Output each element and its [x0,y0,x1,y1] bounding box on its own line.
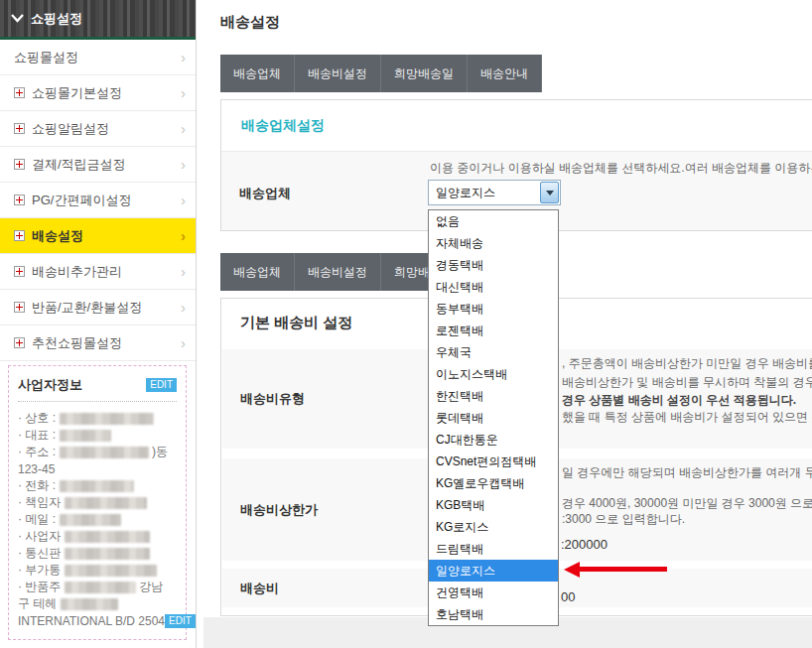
dropdown-option[interactable]: CVSnet편의점택배 [429,451,558,472]
dropdown-option[interactable]: 건영택배 [429,582,558,603]
chevron-right-icon: › [181,50,186,65]
dropdown-option[interactable]: 로젠택배 [429,320,558,341]
plus-icon[interactable] [14,230,25,241]
dropdown-option[interactable]: KGB택배 [429,494,558,516]
sidebar-item-label: 배송비추가관리 [32,263,181,281]
edit-button[interactable]: EDIT [146,378,177,392]
tab[interactable]: 배송안내 [468,55,542,92]
fee-cap-text-line: :3000 으로 입력합니다. [562,511,685,528]
sidebar-header-label: 쇼핑설정 [31,10,82,28]
tab[interactable]: 배송업체 [220,55,295,92]
business-info-label: · 전화 : [18,477,56,494]
business-info-label: · 통신판 [18,545,61,562]
plus-icon[interactable] [14,302,25,313]
fee-type-text-line: , 주문총액이 배송비상한가 미만일 경우 배송비를 받 [562,355,812,372]
chevron-right-icon: › [181,264,186,279]
sidebar-item[interactable]: 결제/적립금설정 › [0,147,196,183]
business-info-title: 사업자정보 [18,376,82,394]
blurred-value [60,480,134,492]
sidebar-item[interactable]: 배송설정 › [0,218,196,254]
chevron-right-icon: › [181,85,186,100]
plus-icon[interactable] [14,194,25,205]
business-info-label: · 사업자 [18,528,61,545]
business-info-label: 구 테헤 [18,595,57,612]
tab[interactable]: 배송비설정 [295,253,381,291]
tab[interactable]: 희망배송일 [381,55,468,92]
business-info-line: · 통신판 [18,545,177,562]
chevron-right-icon: › [181,193,186,207]
chevron-right-icon: › [181,228,186,243]
shipping-company-select[interactable]: 일양로지스 [428,180,561,205]
sidebar-item-label: 반품/교환/환불설정 [32,299,181,317]
sidebar-item-label: 추천쇼핑몰설정 [32,334,181,352]
dropdown-button[interactable] [540,182,559,203]
sidebar-item[interactable]: 반품/교환/환불설정 › [0,290,196,325]
shipping-company-description: 이용 중이거나 이용하실 배송업체를 선택하세요.여러 배송업체를 이용하는 경… [430,160,812,177]
plus-icon[interactable] [14,123,25,134]
business-info-line: · 반품주 강남 [18,579,177,595]
fee-type-text-line: 경우 상품별 배송비 설정이 우선 적용됩니다. [562,392,796,409]
business-info-line: · 사업자 [18,528,177,545]
business-info-line: · 메일 : [18,511,177,528]
dropdown-option[interactable]: 호남택배 [429,603,558,625]
fee-cap-value-fragment: :200000 [561,537,608,552]
business-info-label: · 주소 : [18,444,56,460]
dropdown-option[interactable]: 없음 [429,210,558,232]
plus-icon[interactable] [14,337,25,348]
dropdown-option[interactable]: 자체배송 [429,232,558,254]
dropdown-option[interactable]: 우체국 [429,341,558,363]
dropdown-option[interactable]: CJ대한통운 [429,429,558,451]
sidebar-item[interactable]: 추천쇼핑몰설정 › [0,325,196,361]
fee-type-text-line: 했을 때 특정 상품에 배송비가 설정되어 있으면 주문 [562,409,812,426]
business-info-label: · 상호 : [18,410,56,427]
dropdown-option[interactable]: 롯데택배 [429,407,558,429]
sidebar-item-label: 배송설정 [32,227,181,245]
business-info-label: · 책임자 [18,494,61,511]
dropdown-option[interactable]: 이노지스택배 [429,363,558,385]
sidebar-header-shopping-settings[interactable]: 쇼핑설정 [0,0,196,40]
sidebar-item[interactable]: 쇼핑몰기본설정 › [0,75,196,111]
dropdown-option[interactable]: KG로지스 [429,516,558,538]
business-info-label: · 반품주 [18,579,61,595]
blurred-value [60,430,111,442]
fee-cap-text-line: 경우 4000원, 30000원 미만일 경우 3000원 으로 사 [562,495,812,512]
plus-icon[interactable] [14,87,25,98]
dropdown-option[interactable]: 드림택배 [429,538,558,560]
dropdown-option[interactable]: 경동택배 [429,254,558,276]
plus-icon[interactable] [14,159,25,170]
edit-button[interactable]: EDIT [165,614,196,628]
fee-value-fragment: 00 [561,589,575,604]
business-info-line: · 대표 : [18,427,177,444]
plus-icon[interactable] [14,266,25,277]
blurred-value [65,497,147,509]
business-info-box: 사업자정보 EDIT · 상호 : · 대표 : [8,365,187,640]
row-label-fee-cap: 배송비상한가 [240,501,318,519]
fee-type-text-line: 배송비상한가 및 배송비를 무시하며 착불의 경우도 무 [562,374,812,391]
page-title: 배송설정 [220,13,280,32]
business-info-line: · 부가통 [18,562,177,579]
blurred-value [61,598,118,610]
tab[interactable]: 배송비설정 [295,55,381,92]
tab[interactable]: 배송업체 [220,253,295,291]
sidebar-item[interactable]: 쇼핑알림설정 › [0,111,196,147]
business-info-line: 구 테헤 [18,595,177,612]
blurred-value [60,413,154,425]
dropdown-option[interactable]: 한진택배 [429,385,558,407]
blurred-value [65,565,157,577]
sidebar-item[interactable]: 쇼핑몰설정 › [0,40,196,75]
sidebar-item[interactable]: PG/간편페이설정 › [0,183,196,218]
chevron-down-icon [11,14,24,23]
dropdown-option[interactable]: 동부택배 [429,298,558,320]
business-info-line: · 주소 : )동 [18,444,177,460]
row-label-fee: 배송비 [240,580,279,597]
sidebar-item[interactable]: 배송비추가관리 › [0,254,196,290]
dropdown-option[interactable]: 일양로지스 [429,560,558,582]
sidebar-item-label: 쇼핑몰설정 [14,49,181,66]
dropdown-option[interactable]: 대신택배 [429,276,558,298]
dropdown-option[interactable]: KG옐로우캡택배 [429,472,558,494]
row-label-fee-type: 배송비유형 [240,390,305,408]
fee-cap-text-line: 일 경우에만 해당되며 배송비상한가를 여러개 두고자 하 [562,464,812,481]
selected-company-value: 일양로지스 [429,185,540,201]
section-title-shipping-company: 배송업체설정 [221,100,812,151]
shipping-tabs-top: 배송업체 배송비설정 희망배송일 배송안내 [220,55,542,92]
